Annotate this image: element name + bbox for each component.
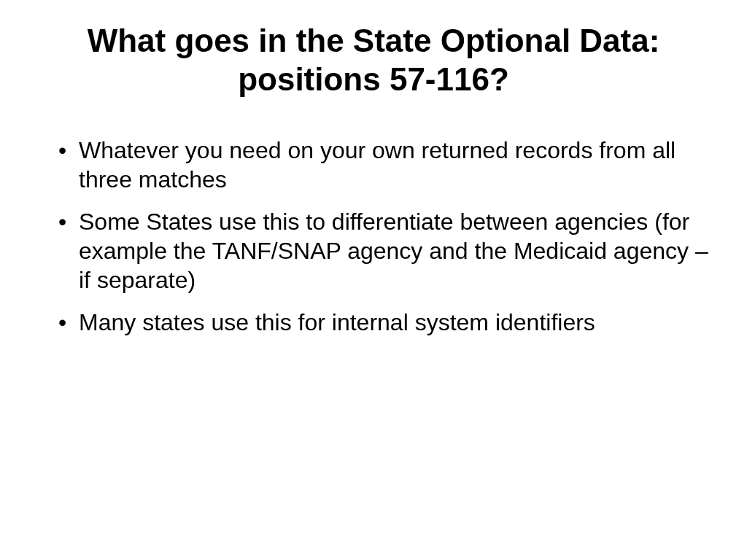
list-item: Many states use this for internal system… bbox=[58, 308, 711, 337]
bullet-list: Whatever you need on your own returned r… bbox=[36, 136, 711, 337]
list-item: Some States use this to differentiate be… bbox=[58, 207, 711, 295]
slide-title: What goes in the State Optional Data: po… bbox=[36, 22, 711, 99]
list-item: Whatever you need on your own returned r… bbox=[58, 136, 711, 194]
